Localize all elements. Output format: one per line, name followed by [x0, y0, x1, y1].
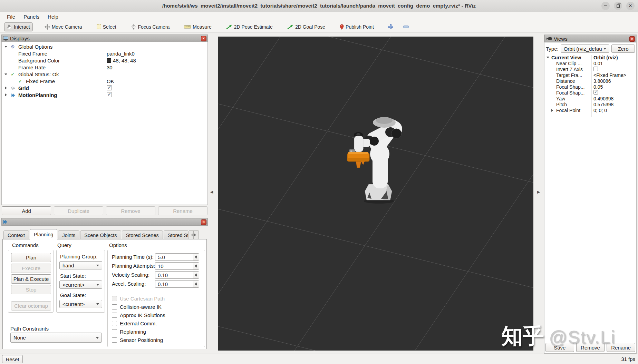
planning-time-input[interactable]: 5.0 [155, 253, 199, 261]
focal-shape-fixed-size-checkbox[interactable] [593, 90, 598, 95]
tree-row[interactable]: Focal Shap... 0.05 [544, 84, 636, 90]
tree-row[interactable]: Grid [2, 85, 207, 92]
panda-robot[interactable] [347, 117, 402, 204]
menu-panels[interactable]: Panels [19, 13, 44, 20]
tree-row[interactable]: Focal Shap... [544, 90, 636, 96]
tree-item-label[interactable]: Near Clip ... [556, 61, 582, 66]
spinner-arrows-icon[interactable] [193, 263, 199, 269]
execute-button[interactable]: Execute [11, 264, 51, 273]
goal-state-dropdown[interactable]: <current> [59, 300, 102, 308]
tree-row[interactable]: Current View Orbit (rviz) [544, 55, 636, 61]
collapse-right-handle-icon[interactable]: ▶ [537, 190, 540, 194]
spinner-arrows-icon[interactable] [193, 281, 199, 287]
views-panel-titlebar[interactable]: Views ✕ [544, 35, 636, 42]
add-display-button[interactable]: Add [2, 206, 51, 215]
restore-button[interactable] [614, 2, 622, 10]
tree-item-value[interactable]: panda_link0 [107, 51, 135, 57]
use-cartesian-path-checkbox[interactable]: Use Cartesian Path [112, 296, 165, 302]
tab-joints[interactable]: Joints [58, 230, 79, 239]
tree-row[interactable]: ✓ Fixed Frame OK [2, 78, 207, 85]
start-state-dropdown[interactable]: <current> [59, 281, 102, 289]
accel-scaling-input[interactable]: 0.10 [155, 280, 199, 288]
tab-context[interactable]: Context [3, 230, 29, 239]
tree-item-value[interactable]: 0.490398 [593, 96, 613, 101]
tree-item-label[interactable]: Global Options [18, 44, 52, 50]
tool-2d-goal-pose[interactable]: 2D Goal Pose [284, 22, 328, 31]
external-comm-checkbox[interactable]: External Comm. [112, 321, 157, 326]
tree-item-label[interactable]: MotionPlanning [18, 92, 57, 98]
reset-button[interactable]: Reset [2, 355, 23, 363]
tree-item-value[interactable]: 0.575398 [593, 102, 613, 107]
tree-item-value[interactable]: 3.80086 [593, 78, 611, 84]
close-icon[interactable]: ✕ [201, 219, 206, 225]
minimize-button[interactable] [601, 2, 610, 10]
tool-publish-point[interactable]: Publish Point [337, 22, 377, 31]
tree-item-label[interactable]: Focal Shap... [556, 84, 585, 90]
menu-file[interactable]: File [3, 13, 19, 20]
tree-item-label[interactable]: Frame Rate [18, 65, 46, 70]
tree-item-value[interactable]: 0.05 [593, 84, 603, 90]
tab-scene-objects[interactable]: Scene Objects [80, 230, 121, 239]
tool-2d-pose-estimate[interactable]: 2D Pose Estimate [223, 22, 276, 31]
grid-enabled-checkbox[interactable] [107, 85, 112, 90]
menu-help[interactable]: Help [44, 13, 62, 20]
collision-aware-ik-checkbox[interactable]: Collision-aware IK [112, 304, 162, 310]
tab-stored-states[interactable]: Stored Sta [164, 230, 188, 239]
rename-display-button[interactable]: Rename [158, 206, 207, 215]
tab-stored-scenes[interactable]: Stored Scenes [122, 230, 163, 239]
tree-item-label[interactable]: Distance [556, 78, 575, 84]
tree-row[interactable]: Fixed Frame panda_link0 [2, 50, 207, 57]
tree-item-value[interactable]: 48; 48; 48 [107, 58, 136, 63]
duplicate-display-button[interactable]: Duplicate [54, 206, 103, 215]
tree-item-value[interactable]: <Fixed Frame> [593, 72, 626, 78]
tree-item-value[interactable]: 30 [107, 65, 113, 70]
tree-item-label[interactable]: Fixed Frame [18, 51, 47, 57]
tree-item-label[interactable]: Grid [18, 85, 29, 91]
save-view-button[interactable]: Save [545, 343, 574, 352]
tree-row[interactable]: Distance 3.80086 [544, 78, 636, 84]
velocity-scaling-input[interactable]: 0.10 [155, 271, 199, 279]
tool-interact[interactable]: Interact [4, 22, 33, 31]
tree-row[interactable]: Near Clip ... 0.01 [544, 61, 636, 67]
remove-display-button[interactable]: Remove [106, 206, 155, 215]
approx-ik-solutions-checkbox[interactable]: Approx IK Solutions [112, 312, 165, 318]
view-type-dropdown[interactable]: Orbit (rviz_defau [561, 45, 610, 53]
tree-item-label[interactable]: Pitch [556, 102, 567, 107]
tree-row[interactable]: Focal Point 0; 0; 0 [544, 108, 636, 114]
remove-tool-icon[interactable] [403, 26, 409, 28]
expand-arrow-icon[interactable] [5, 94, 8, 96]
motionplanning-enabled-checkbox[interactable] [107, 92, 112, 97]
tree-item-label[interactable]: Background Color [18, 58, 60, 63]
tree-item-label[interactable]: Target Fra... [556, 72, 582, 78]
close-icon[interactable]: ✕ [201, 36, 206, 41]
tree-item-value[interactable]: 0; 0; 0 [593, 108, 607, 113]
tool-measure[interactable]: Measure [181, 22, 214, 31]
tree-item-value[interactable]: 0.01 [593, 61, 603, 66]
plan-button[interactable]: Plan [11, 253, 51, 262]
tree-item-label[interactable]: Yaw [556, 96, 565, 101]
expand-arrow-icon[interactable] [5, 87, 8, 89]
expand-arrow-icon[interactable] [4, 73, 7, 77]
spinner-arrows-icon[interactable] [193, 272, 199, 278]
tool-select[interactable]: Select [94, 22, 119, 31]
clear-octomap-button[interactable]: Clear octomap [11, 301, 51, 311]
path-constraints-dropdown[interactable]: None [10, 333, 102, 343]
tab-scroll-left-icon[interactable] [189, 230, 194, 239]
sensor-positioning-checkbox[interactable]: Sensor Positioning [112, 337, 163, 343]
tree-item-label[interactable]: Focal Shap... [556, 90, 585, 96]
zero-button[interactable]: Zero [611, 45, 635, 53]
tree-row[interactable]: Target Fra... <Fixed Frame> [544, 72, 636, 78]
tool-focus-camera[interactable]: Focus Camera [128, 22, 173, 31]
3d-viewport[interactable] [218, 37, 533, 351]
collapse-left-handle-icon[interactable]: ◀ [210, 190, 213, 194]
tree-item-label[interactable]: Invert Z Axis [556, 67, 583, 72]
tree-row[interactable]: Invert Z Axis [544, 67, 636, 72]
plan-and-execute-button[interactable]: Plan & Execute [11, 274, 51, 284]
tree-row[interactable]: Background Color 48; 48; 48 [2, 57, 207, 64]
tab-planning[interactable]: Planning [30, 229, 57, 239]
rename-view-button[interactable]: Rename [607, 343, 635, 352]
tree-item-value[interactable]: OK [107, 78, 114, 84]
expand-arrow-icon[interactable] [547, 57, 549, 60]
motionplanning-panel-titlebar[interactable]: ✕ [1, 218, 208, 226]
tree-row[interactable]: Pitch 0.575398 [544, 102, 636, 108]
